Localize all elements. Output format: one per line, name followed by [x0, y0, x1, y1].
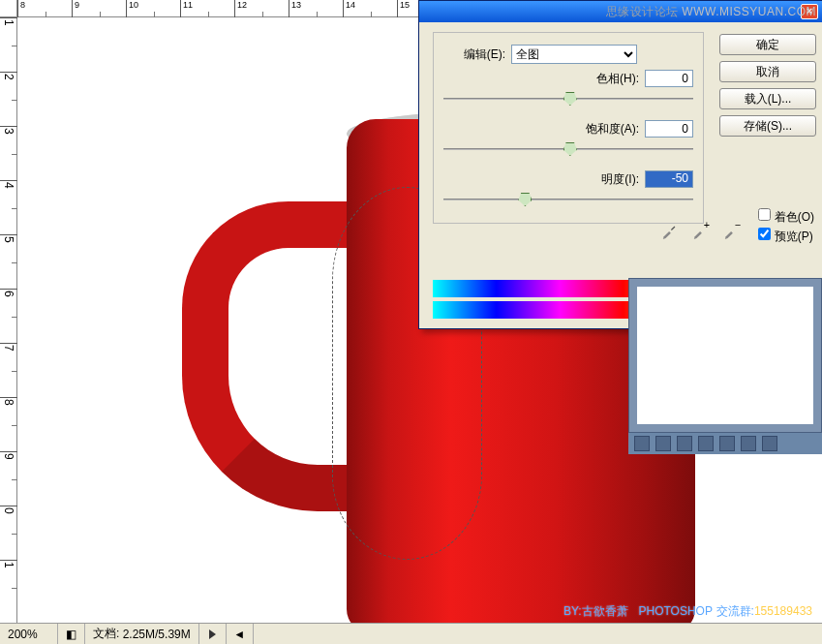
slider-thumb-icon[interactable] — [563, 142, 577, 156]
status-menu-icon[interactable] — [199, 624, 227, 644]
ruler-tick: 12 — [234, 0, 289, 17]
ruler-corner — [0, 0, 17, 17]
edit-label: 编辑(E): — [443, 46, 511, 63]
hue-track[interactable] — [443, 91, 693, 107]
ruler-tick: 9 — [72, 0, 126, 17]
ruler-tick: 16 — [0, 289, 17, 343]
ruler-tick: 12 — [0, 72, 17, 126]
zoom-level[interactable]: 200% — [0, 624, 58, 644]
panel-toolbar — [628, 433, 822, 454]
ruler-tick: 15 — [0, 234, 17, 289]
doc-size: 文档: 2.25M/5.39M — [85, 624, 199, 644]
edit-group: 编辑(E): 全图 色相(H): 饱和度(A): — [433, 32, 704, 224]
ruler-tick: 18 — [0, 397, 17, 451]
scroll-left-icon[interactable]: ◄ — [227, 624, 254, 644]
save-button[interactable]: 存储(S)... — [719, 115, 816, 137]
mask-icon[interactable] — [677, 436, 692, 451]
trash-icon[interactable] — [762, 436, 777, 451]
hue-slider[interactable]: 色相(H): — [443, 70, 693, 107]
preview-checkbox[interactable]: 预览(P) — [758, 228, 814, 245]
eyedropper-tools: + − — [661, 222, 741, 239]
eyedropper-icon[interactable] — [661, 222, 679, 239]
colorize-checkbox[interactable]: 着色(O) — [758, 208, 814, 226]
ruler-tick: 11 — [0, 17, 17, 72]
ruler-tick: 14 — [0, 180, 17, 234]
slider-thumb-icon[interactable] — [518, 193, 532, 206]
ruler-tick: 10 — [126, 0, 180, 17]
layer-style-icon[interactable] — [655, 436, 671, 451]
eyedropper-add-icon[interactable]: + — [692, 222, 710, 239]
eyedropper-subtract-icon[interactable]: − — [723, 222, 741, 239]
hue-input[interactable] — [645, 70, 693, 87]
dialog-checkboxes: 着色(O) 预览(P) — [758, 206, 814, 247]
load-button[interactable]: 载入(L)... — [719, 88, 816, 109]
lightness-label: 明度(I): — [443, 171, 645, 188]
author-credit: BY:古欲香萧 PHOTOSHOP 交流群:155189433 — [563, 603, 812, 620]
ok-button[interactable]: 确定 — [719, 34, 816, 55]
status-icon[interactable]: ◧ — [58, 624, 85, 644]
lightness-track[interactable] — [443, 192, 693, 207]
hue-label: 色相(H): — [443, 71, 645, 87]
status-bar: 200% ◧ 文档: 2.25M/5.39M ◄ — [0, 623, 822, 644]
ruler-tick: 13 — [0, 126, 17, 180]
folder-icon[interactable] — [719, 436, 735, 451]
ruler-tick: 21 — [0, 560, 17, 614]
ruler-vertical: 11 12 13 14 15 16 17 18 19 20 21 — [0, 17, 17, 623]
ruler-tick: 8 — [17, 0, 72, 17]
edit-select[interactable]: 全图 — [511, 45, 637, 64]
saturation-slider[interactable]: 饱和度(A): — [443, 120, 693, 157]
lightness-input[interactable]: -50 — [645, 170, 693, 188]
svg-text:+: + — [704, 222, 710, 230]
ruler-tick: 13 — [289, 0, 343, 17]
link-icon[interactable] — [634, 436, 650, 451]
saturation-input[interactable] — [645, 120, 693, 138]
svg-text:−: − — [735, 222, 741, 230]
watermark: 思缘设计论坛 WWW.MISSYUAN.COM — [606, 4, 816, 20]
ruler-tick: 11 — [180, 0, 234, 17]
lightness-slider[interactable]: 明度(I): -50 — [443, 170, 693, 207]
ruler-tick: 20 — [0, 506, 17, 560]
ruler-tick: 19 — [0, 451, 17, 506]
new-layer-icon[interactable] — [741, 436, 756, 451]
cancel-button[interactable]: 取消 — [719, 61, 816, 82]
saturation-track[interactable] — [443, 141, 693, 157]
ruler-tick: 14 — [343, 0, 397, 17]
dialog-buttons: 确定 取消 载入(L)... 存储(S)... — [719, 34, 816, 142]
navigator-panel[interactable] — [628, 278, 822, 433]
ruler-tick: 17 — [0, 343, 17, 397]
slider-thumb-icon[interactable] — [563, 92, 577, 106]
adjustment-icon[interactable] — [698, 436, 714, 451]
saturation-label: 饱和度(A): — [443, 121, 645, 138]
